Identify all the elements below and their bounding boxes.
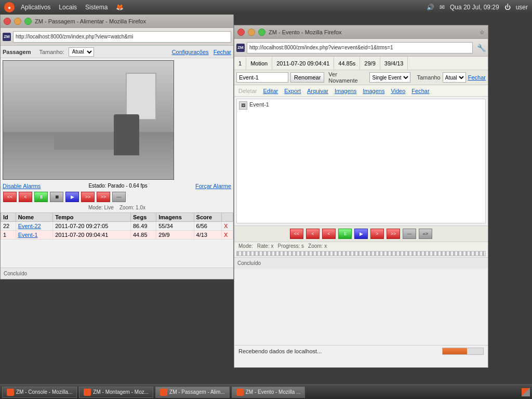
- timeline-bar[interactable]: [236, 251, 486, 256]
- taskbar-icon-1: [7, 389, 14, 396]
- menu-locais[interactable]: Locais: [59, 4, 77, 11]
- pause-btn[interactable]: ⏸: [34, 192, 48, 202]
- status-text-1: Concluído: [4, 271, 27, 276]
- col-score: Score: [194, 213, 221, 222]
- taskbar-item-montagem[interactable]: ZM - Montagem - Moz...: [79, 387, 153, 398]
- status-bar-1: Concluído: [1, 268, 233, 279]
- cell-nome[interactable]: Event-1: [16, 231, 53, 240]
- taskbar-right: [522, 388, 530, 396]
- playback-controls: << < ⏸ ⏹ ▶ >> >> —: [1, 190, 233, 204]
- taskbar-item-console[interactable]: ZM - Console - Mozilla...: [2, 387, 77, 398]
- frame-label: Event-1: [249, 101, 269, 108]
- alarms-row: Disable Alarms Estado: Parado - 0.64 fps…: [1, 182, 233, 190]
- player-controls: << < < ⏸ ▶ > >> — =>: [234, 225, 488, 242]
- imagens1-link[interactable]: Imagens: [335, 88, 356, 94]
- nav-title: Passagem: [3, 49, 31, 55]
- maximize-button-1[interactable]: [24, 18, 32, 25]
- fast-fwd-btn[interactable]: >>: [81, 192, 95, 202]
- toolbar-evento: ZM http://localhost:8000/zm/index.php?vi…: [234, 39, 488, 57]
- player-play-btn[interactable]: ▶: [354, 229, 368, 239]
- close-button-1[interactable]: [4, 18, 11, 25]
- scene-window: [126, 73, 156, 120]
- config-link[interactable]: Configurações: [172, 49, 209, 55]
- col-tempo: Tempo: [53, 213, 131, 222]
- taskbar-label-1: ZM - Console - Mozilla...: [16, 389, 72, 395]
- url-bar-1[interactable]: http://localhost:8000/zm/index.php?view=…: [13, 31, 231, 43]
- taskbar-item-passagem[interactable]: ZM - Passagem - Alim...: [155, 387, 230, 398]
- url-text-1: http://localhost:8000/zm/index.php?view=…: [16, 34, 134, 39]
- tamanho-label-2: Tamanho: [417, 74, 440, 81]
- delete-row-1[interactable]: X: [221, 222, 233, 231]
- ver-novamente-label: Ver Novamente: [328, 71, 367, 84]
- deletar-link[interactable]: Deletar: [238, 88, 257, 94]
- event-frames-cell: 29/9: [360, 57, 380, 70]
- tamanho-select-1[interactable]: Atual: [69, 47, 94, 57]
- player-start-btn[interactable]: <<: [290, 229, 303, 239]
- taskbar-icon-3: [160, 389, 167, 396]
- menu-sistema[interactable]: Sistema: [85, 4, 108, 11]
- url-bar-2[interactable]: http://localhost:8000/zm/index.php?view=…: [247, 42, 473, 54]
- player-minus-btn[interactable]: —: [403, 229, 416, 239]
- rewind-start-btn[interactable]: <<: [3, 192, 17, 202]
- player-pause-btn[interactable]: ⏸: [338, 229, 352, 239]
- firefox-icon: 🦊: [116, 4, 124, 11]
- fechar-link-2[interactable]: Fechar: [468, 74, 486, 81]
- view-mode-select[interactable]: Single Event: [369, 72, 410, 83]
- video-link[interactable]: Video: [391, 88, 405, 94]
- editar-link[interactable]: Editar: [263, 88, 278, 94]
- delete-row-2[interactable]: X: [221, 231, 233, 240]
- taskbar-item-evento[interactable]: ZM - Evento - Mozilla ...: [232, 387, 305, 398]
- nav-passagem: Passagem Tamanho: Atual Configurações Fe…: [1, 46, 233, 58]
- browser1-title: ZM - Passagem - Alimentar - Mozilla Fire…: [35, 18, 146, 24]
- player-next2-btn[interactable]: >>: [387, 229, 400, 239]
- minimize-button-1[interactable]: [14, 18, 21, 25]
- rate-label: Rate: x: [257, 243, 274, 249]
- forcar-alarme-link[interactable]: Forçar Alarme: [195, 183, 231, 189]
- rename-button[interactable]: Renomear: [290, 72, 324, 83]
- play-btn[interactable]: ▶: [65, 192, 79, 202]
- menu-items[interactable]: Aplicativos Locais Sistema 🦊: [21, 4, 124, 11]
- player-prev-btn[interactable]: <: [306, 229, 320, 239]
- tamanho-label: Tamanho:: [39, 49, 64, 55]
- arquivar-link[interactable]: Arquivar: [307, 88, 328, 94]
- imagens2-link[interactable]: Imagens: [363, 88, 384, 94]
- event-duration: 44.85s: [338, 60, 355, 66]
- evento-content: 1 Motion 2011-07-20 09:04:41 44.85s 29/9…: [234, 57, 488, 256]
- rewind-btn[interactable]: <: [19, 192, 32, 202]
- browser-evento: ZM - Evento - Mozilla Firefox ☆ ZM http:…: [234, 25, 488, 368]
- titlebar-passagem: ZM - Passagem - Alimentar - Mozilla Fire…: [1, 15, 233, 28]
- star-icon: ☆: [480, 29, 485, 36]
- loading-text: Recebendo dados de localhost...: [238, 348, 438, 354]
- minimize-button-2[interactable]: [248, 29, 255, 36]
- event-datetime-cell: 2011-07-20 09:04:41: [272, 57, 334, 70]
- taskbar-icon-2: [84, 389, 91, 396]
- event-controls-bar: Renomear Ver Novamente Single Event Tama…: [234, 70, 488, 85]
- close-button-2[interactable]: [237, 29, 245, 36]
- player-prev2-btn[interactable]: <: [322, 229, 336, 239]
- extra-btn[interactable]: —: [112, 192, 126, 202]
- event-name-input[interactable]: [236, 72, 288, 83]
- mode-label-2: Mode:: [238, 243, 253, 249]
- export-link[interactable]: Export: [284, 88, 301, 94]
- event-score-cell: 39/4/13: [380, 57, 408, 70]
- browser2-title: ZM - Evento - Mozilla Firefox: [269, 29, 342, 35]
- mode-rate-bar: Mode: Rate: x Progress: s Zoom: x: [234, 242, 488, 250]
- status-bar-2: Concluído: [234, 257, 488, 269]
- tamanho-select-2[interactable]: Atual: [443, 72, 466, 83]
- mode-label: Mode: Live: [88, 205, 114, 210]
- tools-icon[interactable]: 🔧: [477, 44, 486, 52]
- disable-alarms-link[interactable]: Disable Alarms: [3, 183, 41, 189]
- cell-nome[interactable]: Event-22: [16, 222, 53, 231]
- fwd-end-btn[interactable]: >>: [97, 192, 110, 202]
- cell-score: 6/56: [194, 222, 221, 231]
- fechar-action-link[interactable]: Fechar: [411, 88, 429, 94]
- cell-score: 4/13: [194, 231, 221, 240]
- col-imagens: Imagens: [156, 213, 194, 222]
- menu-aplicativos[interactable]: Aplicativos: [21, 4, 50, 11]
- fechar-link-1[interactable]: Fechar: [214, 49, 231, 55]
- player-next-btn[interactable]: >: [370, 229, 384, 239]
- stop-btn[interactable]: ⏹: [50, 192, 63, 202]
- maximize-button-2[interactable]: [258, 29, 265, 36]
- col-id: Id: [1, 213, 16, 222]
- player-plus-btn[interactable]: =>: [419, 229, 432, 239]
